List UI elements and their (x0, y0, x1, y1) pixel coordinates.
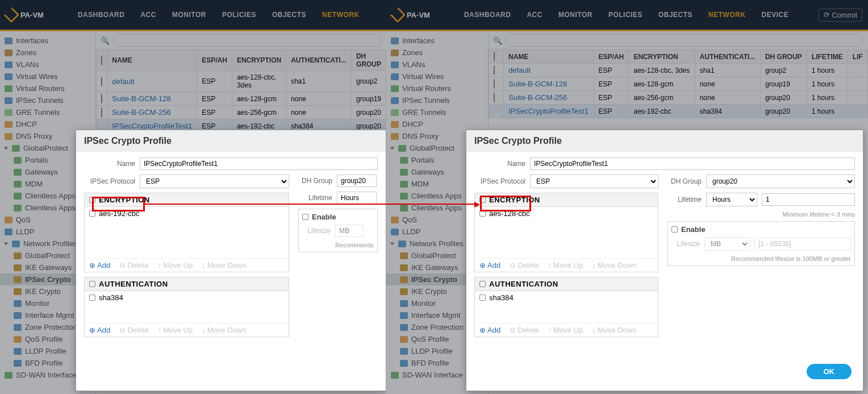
side-interfaces[interactable]: Interfaces (0, 35, 95, 47)
row-link[interactable]: Suite-B-GCM-256 (508, 93, 567, 102)
enable-checkbox[interactable] (302, 214, 308, 220)
lifesize-note: Recommended lifesize is 100MB or greater (671, 255, 851, 262)
nav-acc[interactable]: ACC (140, 11, 156, 19)
nav-policies[interactable]: POLICIES (608, 11, 642, 19)
side-ipsectunnels[interactable]: IPSec Tunnels (386, 94, 488, 106)
encryption-delete-button[interactable]: ⊖ Delete (119, 261, 149, 269)
auth-delete-button[interactable]: ⊖ Delete (510, 326, 539, 334)
row-link[interactable]: Suite-B-GCM-128 (112, 94, 170, 103)
lifetime-unit-select[interactable]: Hours (706, 193, 757, 206)
table-row: IPSecCryptoProfileTest1ESPaes-192-cbcsha… (489, 105, 868, 118)
table-row: Suite-B-GCM-256ESPaes-256-gcmnonegroup20 (97, 106, 386, 119)
side-dhcp[interactable]: DHCP (0, 118, 95, 130)
row-link[interactable]: Suite-B-GCM-128 (508, 80, 567, 88)
name-label: Name (474, 160, 525, 168)
row-checkbox[interactable] (101, 77, 102, 86)
search-input[interactable] (506, 34, 863, 47)
ipsec-protocol-select[interactable]: ESP (140, 175, 289, 188)
authentication-box: AUTHENTICATION sha384 ⊕ Add ⊖ Delete ↑ M… (84, 277, 289, 337)
auth-delete-button[interactable]: ⊖ Delete (119, 326, 149, 334)
dh-group-input[interactable] (337, 175, 377, 187)
profiles-table: NAMEESP/AHENCRYPTIONAUTHENTICATI...DH GR… (96, 49, 386, 133)
top-nav: PA-VM DASHBOARD ACC MONITOR POLICIES OBJ… (0, 0, 386, 31)
ipsec-crypto-profile-dialog: IPSec Crypto Profile Name IPSec Protocol… (76, 130, 386, 391)
encryption-movedown-button[interactable]: ↓ Move Down (592, 261, 636, 269)
nav-dashboard[interactable]: DASHBOARD (464, 11, 511, 19)
enable-checkbox[interactable] (671, 226, 678, 233)
lifesize-unit-select[interactable]: MB (704, 237, 750, 251)
nav-objects[interactable]: OBJECTS (658, 11, 692, 19)
auth-item-checkbox[interactable] (89, 295, 95, 301)
ok-button[interactable]: OK (807, 364, 852, 379)
auth-add-button[interactable]: ⊕ Add (479, 326, 500, 334)
nav-objects[interactable]: OBJECTS (272, 11, 306, 19)
table-row: defaultESPaes-128-cbc, 3dessha1group21 h… (489, 64, 868, 77)
row-checkbox[interactable] (101, 107, 102, 117)
row-link[interactable]: default (508, 66, 531, 74)
nav-dashboard[interactable]: DASHBOARD (78, 11, 125, 19)
nav-acc[interactable]: ACC (527, 11, 542, 19)
search-icon: 🔍 (101, 36, 110, 45)
row-link[interactable]: IPSecCryptoProfileTest1 (112, 122, 192, 130)
auth-movedown-button[interactable]: ↓ Move Down (202, 326, 246, 334)
select-all-checkbox[interactable] (101, 56, 102, 65)
name-input[interactable] (530, 157, 855, 170)
side-gretunnels[interactable]: GRE Tunnels (0, 106, 95, 118)
search-input[interactable] (113, 34, 382, 47)
row-link[interactable]: IPSecCryptoProfileTest1 (508, 107, 589, 115)
encryption-add-button[interactable]: ⊕ Add (89, 261, 110, 269)
dh-group-select[interactable]: group20 (706, 175, 855, 188)
side-vlans[interactable]: VLANs (0, 59, 95, 70)
nav-network[interactable]: NETWORK (322, 11, 360, 19)
auth-moveup-button[interactable]: ↑ Move Up (158, 326, 193, 334)
table-row: Suite-B-GCM-128ESPaes-128-gcmnonegroup19 (97, 92, 386, 106)
nav-monitor[interactable]: MONITOR (172, 11, 206, 19)
row-checkbox[interactable] (494, 79, 495, 89)
auth-add-button[interactable]: ⊕ Add (89, 326, 110, 334)
auth-select-all[interactable] (89, 281, 95, 287)
row-checkbox[interactable] (494, 93, 495, 102)
commit-button[interactable]: ⟳ Commit (819, 9, 862, 22)
table-row: Suite-B-GCM-256ESPaes-256-gcmnonegroup20… (489, 91, 868, 105)
side-vrouters[interactable]: Virtual Routers (0, 82, 95, 94)
brand-logo-icon (390, 7, 406, 23)
row-link[interactable]: Suite-B-GCM-256 (112, 108, 170, 117)
side-zones[interactable]: Zones (386, 47, 488, 59)
auth-moveup-button[interactable]: ↑ Move Up (548, 326, 583, 334)
auth-movedown-button[interactable]: ↓ Move Down (592, 326, 636, 334)
side-vwires[interactable]: Virtual Wires (386, 70, 488, 82)
row-checkbox[interactable] (101, 94, 102, 103)
side-interfaces[interactable]: Interfaces (386, 35, 488, 47)
encryption-moveup-button[interactable]: ↑ Move Up (548, 261, 583, 269)
ipsec-protocol-label: IPSec Protocol (84, 177, 135, 185)
side-gretunnels[interactable]: GRE Tunnels (386, 106, 488, 118)
lifetime-value-input[interactable] (762, 193, 855, 206)
side-ipsectunnels[interactable]: IPSec Tunnels (0, 94, 95, 106)
lifesize-unit-input[interactable] (335, 225, 364, 237)
table-search-bar: 🔍 (96, 31, 386, 49)
lifesize-value-input[interactable] (754, 238, 851, 250)
name-input[interactable] (140, 157, 378, 170)
auth-select-all[interactable] (479, 281, 486, 287)
side-vrouters[interactable]: Virtual Routers (386, 82, 488, 94)
auth-item-checkbox[interactable] (479, 295, 486, 301)
side-dhcp[interactable]: DHCP (386, 118, 488, 130)
encryption-add-button[interactable]: ⊕ Add (479, 261, 500, 269)
side-zones[interactable]: Zones (0, 47, 95, 59)
ipsec-protocol-select[interactable]: ESP (530, 175, 658, 188)
encryption-delete-button[interactable]: ⊖ Delete (510, 261, 539, 269)
row-checkbox[interactable] (494, 65, 495, 75)
nav-policies[interactable]: POLICIES (222, 11, 256, 19)
table-row: defaultESPaes-128-cbc, 3dessha1group2 (97, 71, 386, 92)
nav-device[interactable]: DEVICE (762, 11, 789, 19)
lifetime-note: Minimum lifetime = 3 mins (667, 211, 855, 218)
nav-monitor[interactable]: MONITOR (558, 11, 592, 19)
row-link[interactable]: default (112, 77, 134, 86)
nav-network[interactable]: NETWORK (708, 11, 746, 19)
encryption-movedown-button[interactable]: ↓ Move Down (202, 261, 246, 269)
side-vwires[interactable]: Virtual Wires (0, 70, 95, 82)
encryption-moveup-button[interactable]: ↑ Move Up (158, 261, 193, 269)
lifetime-unit-input[interactable] (337, 192, 377, 204)
side-vlans[interactable]: VLANs (386, 59, 488, 70)
select-all-checkbox[interactable] (494, 52, 495, 61)
